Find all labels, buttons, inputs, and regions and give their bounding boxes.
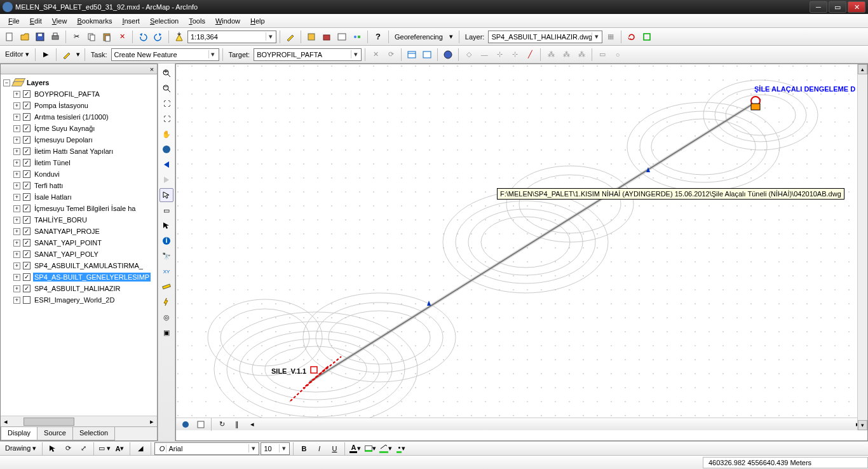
chevron-down-icon[interactable]: ▾ [351, 50, 360, 58]
toc-root[interactable]: − Layers [2, 77, 156, 88]
layer-row[interactable]: +SP4_ASBUILT_HALIHAZIR [2, 283, 156, 294]
hscroll-left-icon[interactable]: ◂ [245, 418, 259, 432]
fixed-zoom-out-icon[interactable]: ⛶ [159, 112, 173, 126]
layer-checkbox[interactable] [23, 193, 31, 201]
redo-icon[interactable] [151, 30, 165, 44]
tab-display[interactable]: Display [1, 427, 37, 440]
arccatalog-icon[interactable] [304, 30, 318, 44]
pause-draw-icon[interactable]: ‖ [230, 418, 244, 432]
chevron-down-icon[interactable]: ▾ [447, 32, 456, 41]
expand-icon[interactable]: + [13, 125, 20, 132]
fill-color-icon[interactable]: ▾ [363, 442, 377, 456]
underline-icon[interactable]: U [327, 442, 341, 456]
expand-icon[interactable]: + [13, 240, 20, 247]
scroll-down-icon[interactable]: ▾ [858, 420, 867, 430]
layer-row[interactable]: +SP4_AS-BUILT_GENELYERLESIMP [2, 271, 156, 283]
map-view[interactable]: SILE_V.1.1 ŞİLE ALAÇALI DENGELEME D F:\M… [175, 64, 868, 441]
sketch-properties-icon[interactable] [420, 48, 434, 62]
layer-checkbox[interactable] [23, 159, 31, 167]
refresh-icon[interactable]: ↻ [215, 418, 229, 432]
layer-row[interactable]: +SANATYAPI_PROJE [2, 226, 156, 237]
layer-checkbox[interactable] [23, 250, 31, 258]
split-icon[interactable]: ✕ [369, 48, 383, 62]
new-icon[interactable] [3, 30, 17, 44]
layer-row[interactable]: +İçme Suyu Kaynağı [2, 123, 156, 134]
measure-icon[interactable] [159, 280, 173, 294]
bold-icon[interactable]: B [297, 442, 311, 456]
expand-icon[interactable]: + [13, 205, 20, 212]
expand-icon[interactable]: + [13, 102, 20, 109]
layer-row[interactable]: +SANAT_YAPI_POINT [2, 237, 156, 248]
topo-tool4-icon[interactable]: ⊹ [508, 48, 522, 62]
expand-icon[interactable]: + [13, 251, 20, 258]
menu-insert[interactable]: Insert [118, 15, 144, 27]
expand-icon[interactable]: + [13, 262, 20, 269]
layer-row[interactable]: +İçmesuyu Temel Bilgileri İsale ha [2, 203, 156, 214]
topo-tool2-icon[interactable]: — [477, 48, 491, 62]
attributes-icon[interactable] [405, 48, 419, 62]
menu-selection[interactable]: Selection [146, 15, 183, 27]
expand-icon[interactable]: + [13, 285, 20, 292]
layer-checkbox[interactable] [23, 102, 31, 109]
drawing-label[interactable]: Drawing ▾ [3, 444, 39, 452]
paste-icon[interactable] [100, 30, 114, 44]
expand-icon[interactable]: + [13, 114, 20, 121]
menu-bookmarks[interactable]: Bookmarks [72, 15, 116, 27]
layer-checkbox[interactable] [23, 113, 31, 121]
forward-icon[interactable] [159, 173, 173, 187]
model-builder-icon[interactable] [350, 30, 364, 44]
layer-row[interactable]: +Konduvi [2, 168, 156, 180]
editor-toolbar-icon[interactable] [283, 30, 297, 44]
select-elements-icon[interactable] [159, 219, 173, 233]
expand-icon[interactable]: + [13, 297, 20, 304]
expand-icon[interactable]: + [13, 217, 20, 224]
layer-row[interactable]: +Terfi hattı [2, 180, 156, 191]
layer-row[interactable]: +BOYPROFIL_PAFTA [2, 88, 156, 100]
undo-icon[interactable] [136, 30, 150, 44]
chevron-down-icon[interactable]: ▾ [75, 50, 81, 58]
layer-checkbox[interactable] [23, 125, 31, 132]
layer-row[interactable]: +Pompa İstasyonu [2, 100, 156, 111]
rectangle-icon[interactable]: ▭ ▾ [97, 442, 111, 456]
layer-row[interactable]: +İletim Tünel [2, 157, 156, 168]
georef-table-icon[interactable]: ▦ [604, 30, 618, 44]
chevron-down-icon[interactable]: ▾ [279, 444, 288, 452]
minimize-button[interactable]: ─ [810, 1, 827, 13]
zoom-out-icon[interactable]: − [159, 81, 173, 95]
goto-xy-icon[interactable]: XY [159, 264, 173, 278]
cut-icon[interactable]: ✂ [69, 30, 83, 44]
snap3-icon[interactable]: ⁂ [574, 48, 588, 62]
tab-source[interactable]: Source [37, 427, 73, 440]
toc-tree[interactable]: − Layers +BOYPROFIL_PAFTA+Pompa İstasyon… [1, 74, 157, 416]
layer-checkbox[interactable] [23, 239, 31, 247]
topo-tool5-icon[interactable]: ╱ [523, 48, 537, 62]
chevron-down-icon[interactable]: ▾ [592, 32, 600, 41]
hyperlink-icon[interactable] [159, 295, 173, 309]
layout-view-icon[interactable] [194, 418, 208, 432]
layer-checkbox[interactable] [23, 147, 31, 155]
identify-icon[interactable]: i [159, 234, 173, 248]
menu-window[interactable]: Window [211, 15, 245, 27]
layer-checkbox[interactable] [23, 170, 31, 178]
trace2-icon[interactable]: ○ [611, 48, 625, 62]
delete-icon[interactable]: ✕ [115, 30, 129, 44]
layer-row[interactable]: +SANAT_YAPI_POLY [2, 248, 156, 260]
close-button[interactable]: ✕ [848, 1, 865, 13]
layer-combo[interactable]: SP4_ASBUILT_HALIHAZIR.dwg A ▾ [488, 31, 602, 43]
task-combo[interactable]: Create New Feature ▾ [111, 48, 219, 61]
arctoolbox-icon[interactable] [320, 30, 334, 44]
print-icon[interactable] [48, 30, 62, 44]
font-combo[interactable]: O Arial ▾ [154, 442, 259, 455]
layer-row[interactable]: +ESRI_Imagery_World_2D [2, 294, 156, 306]
layer-checkbox[interactable] [23, 285, 31, 292]
select-elements-icon[interactable] [46, 442, 60, 456]
edit-tool-icon[interactable]: ▶ [39, 48, 53, 62]
map-vscroll[interactable]: ▴ ▾ [857, 64, 867, 430]
layer-row[interactable]: +İçmesuyu Depoları [2, 134, 156, 146]
layer-checkbox[interactable] [23, 296, 31, 304]
layer-row[interactable]: +TAHLİYE_BORU [2, 214, 156, 226]
topo-tool1-icon[interactable]: ◇ [462, 48, 476, 62]
editor-label[interactable]: Editor ▾ [3, 50, 32, 58]
find-icon[interactable]: 🔭 [159, 249, 173, 263]
tab-selection[interactable]: Selection [72, 427, 115, 440]
